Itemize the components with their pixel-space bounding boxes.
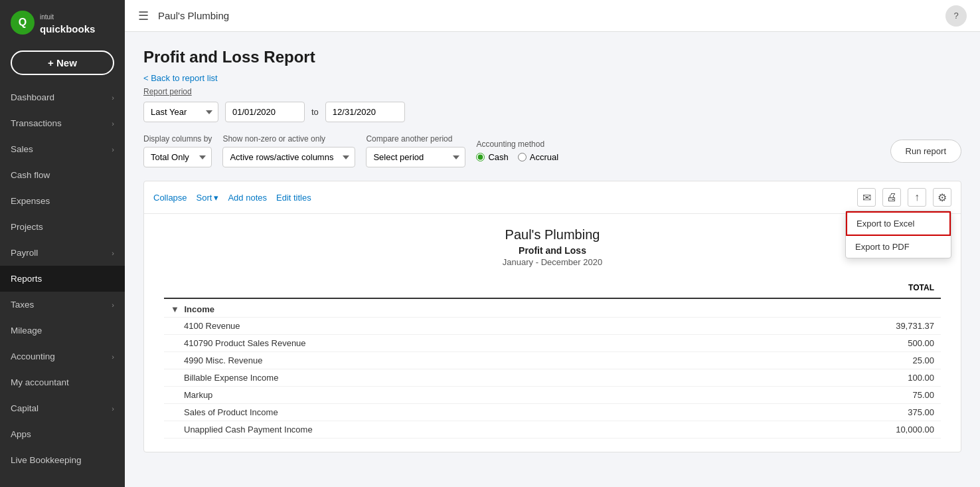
sort-label: Sort: [197, 193, 212, 203]
sidebar-item-label-dashboard: Dashboard: [11, 92, 54, 102]
report-period: January - December 2020: [164, 257, 941, 267]
sidebar-item-dashboard[interactable]: Dashboard›: [0, 84, 125, 110]
to-label: to: [311, 107, 319, 117]
sidebar-item-cashflow[interactable]: Cash flow: [0, 162, 125, 188]
chevron-right-icon: ›: [112, 353, 114, 361]
report-content: Paul's Plumbing Profit and Loss January …: [144, 214, 961, 452]
sidebar-item-label-cashflow: Cash flow: [11, 170, 50, 180]
chevron-right-icon: ›: [112, 94, 114, 102]
sidebar-item-projects[interactable]: Projects: [0, 214, 125, 240]
sidebar-item-label-expenses: Expenses: [11, 196, 50, 206]
row-label: Sales of Product Income: [164, 404, 747, 421]
collapse-button[interactable]: Collapse: [153, 193, 187, 203]
income-section-label: Income: [185, 304, 215, 314]
filters-row-2: Display columns by Total Only Month Quar…: [143, 134, 961, 167]
chevron-right-icon: ›: [112, 249, 114, 257]
chevron-right-icon: ›: [112, 146, 114, 153]
row-label: 4990 Misc. Revenue: [164, 352, 747, 369]
report-title: Profit and Loss: [164, 245, 941, 256]
sidebar-item-taxes[interactable]: Taxes›: [0, 292, 125, 318]
edit-titles-button[interactable]: Edit titles: [276, 193, 311, 203]
compare-period-label: Compare another period: [366, 134, 465, 144]
sort-button[interactable]: Sort ▾: [197, 193, 219, 203]
email-icon[interactable]: ✉: [857, 188, 876, 207]
sidebar-item-apps[interactable]: Apps: [0, 421, 125, 447]
hamburger-icon[interactable]: ☰: [138, 9, 149, 23]
accrual-radio-input[interactable]: [518, 153, 527, 161]
sidebar-item-expenses[interactable]: Expenses: [0, 188, 125, 214]
row-amount: 10,000.00: [747, 421, 941, 438]
cash-radio[interactable]: Cash: [476, 152, 508, 162]
sidebar-item-mileage[interactable]: Mileage: [0, 318, 125, 343]
cash-label: Cash: [488, 152, 508, 162]
sidebar-item-label-transactions: Transactions: [11, 118, 62, 128]
sidebar-item-label-accounting: Accounting: [11, 351, 55, 361]
sidebar-item-label-payroll: Payroll: [11, 248, 38, 258]
table-row: Billable Expense Income100.00: [164, 369, 941, 387]
sidebar-item-sales[interactable]: Sales›: [0, 136, 125, 162]
quickbooks-logo-icon: Q: [11, 11, 35, 35]
sidebar-item-reports[interactable]: Reports: [0, 266, 125, 292]
export-pdf-item[interactable]: Export to PDF: [846, 236, 951, 258]
sidebar-item-label-taxes: Taxes: [11, 300, 34, 310]
chevron-right-icon: ›: [112, 120, 114, 128]
table-row: 4100 Revenue39,731.37: [164, 318, 941, 335]
sidebar-item-capital[interactable]: Capital›: [0, 395, 125, 421]
row-amount: 375.00: [747, 404, 941, 421]
quickbooks-brand-text: intuit quickbooks: [40, 9, 95, 36]
sidebar-logo: Q intuit quickbooks: [0, 0, 125, 45]
filters-row-1: Last Year This Year This Quarter This Mo…: [143, 102, 961, 122]
show-nonzero-select[interactable]: Active rows/active columns All rows/all …: [222, 147, 355, 167]
row-label: Markup: [164, 387, 747, 404]
compare-period-select[interactable]: Select period Previous Period Previous Y…: [366, 147, 465, 167]
date-from-input[interactable]: [225, 102, 305, 122]
topbar-right: ?: [945, 5, 967, 27]
sidebar-item-label-sales: Sales: [11, 144, 33, 154]
cash-radio-input[interactable]: [476, 153, 485, 161]
sidebar-item-label-mileage: Mileage: [11, 326, 42, 336]
main-area: ☰ Paul's Plumbing ? Profit and Loss Repo…: [125, 0, 980, 487]
run-report-button[interactable]: Run report: [890, 140, 961, 163]
new-button[interactable]: + New: [11, 50, 114, 75]
topbar: ☰ Paul's Plumbing ?: [125, 0, 980, 32]
sidebar-item-accounting[interactable]: Accounting›: [0, 343, 125, 369]
row-label: Unapplied Cash Payment Income: [164, 421, 747, 438]
show-nonzero-group: Show non-zero or active only Active rows…: [222, 134, 355, 167]
company-name: Paul's Plumbing: [158, 10, 229, 21]
sidebar-item-label-reports: Reports: [11, 274, 42, 284]
sidebar-item-label-myaccountant: My accountant: [11, 377, 69, 387]
chevron-right-icon: ›: [112, 301, 114, 309]
export-excel-item[interactable]: Export to Excel: [846, 211, 951, 236]
accounting-method-label: Accounting method: [476, 140, 558, 149]
row-amount: 39,731.37: [747, 318, 941, 335]
row-amount: 100.00: [747, 369, 941, 387]
sidebar-item-myaccountant[interactable]: My accountant: [0, 369, 125, 395]
back-to-report-list-link[interactable]: < Back to report list: [143, 73, 961, 83]
date-to-input[interactable]: [325, 102, 405, 122]
table-row: Markup75.00: [164, 387, 941, 404]
sidebar: Q intuit quickbooks + New Dashboard›Tran…: [0, 0, 125, 487]
sidebar-item-payroll[interactable]: Payroll›: [0, 240, 125, 266]
income-section-arrow-icon: ▼: [171, 304, 179, 314]
show-nonzero-label: Show non-zero or active only: [222, 134, 355, 144]
accrual-radio[interactable]: Accrual: [518, 152, 558, 162]
add-notes-button[interactable]: Add notes: [228, 193, 267, 203]
sidebar-item-livebookkeeping[interactable]: Live Bookkeeping: [0, 447, 125, 473]
period-select[interactable]: Last Year This Year This Quarter This Mo…: [143, 102, 218, 122]
page-title: Profit and Loss Report: [143, 48, 961, 66]
export-icon[interactable]: ↑: [908, 188, 926, 207]
content-area: Profit and Loss Report < Back to report …: [125, 32, 980, 487]
avatar[interactable]: ?: [945, 5, 967, 27]
radio-group: Cash Accrual: [476, 152, 558, 162]
settings-icon[interactable]: ⚙: [933, 188, 951, 207]
report-period-label: Report period: [143, 87, 961, 96]
print-icon[interactable]: 🖨: [882, 188, 901, 207]
report-table: TOTAL ▼ Income 4100 Revenue39,731.374107…: [164, 278, 941, 438]
display-columns-select[interactable]: Total Only Month Quarter Year: [143, 147, 212, 167]
display-columns-label: Display columns by: [143, 134, 212, 144]
display-columns-group: Display columns by Total Only Month Quar…: [143, 134, 212, 167]
income-section-header: ▼ Income: [164, 298, 941, 318]
nav-items: Dashboard›Transactions›Sales›Cash flowEx…: [0, 84, 125, 473]
report-area: Collapse Sort ▾ Add notes Edit titles ✉ …: [143, 181, 961, 452]
sidebar-item-transactions[interactable]: Transactions›: [0, 110, 125, 136]
